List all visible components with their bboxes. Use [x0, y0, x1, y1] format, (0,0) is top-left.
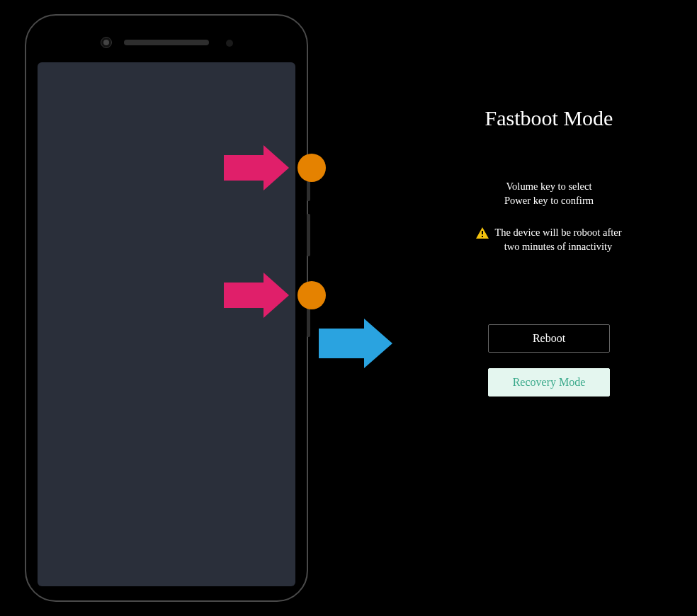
phone-screen — [38, 62, 295, 586]
recovery-mode-button[interactable]: Recovery Mode — [488, 368, 610, 397]
volume-down-button[interactable] — [307, 214, 310, 256]
panel-instructions: Volume key to select Power key to confir… — [418, 180, 680, 207]
instruction-line: Power key to confirm — [418, 194, 680, 208]
target-dot-power-icon — [298, 281, 326, 309]
target-dot-volume-icon — [298, 154, 326, 182]
earpiece-icon — [124, 40, 209, 45]
panel-warning: The device will be roboot after two minu… — [418, 226, 680, 253]
panel-title: Fastboot Mode — [418, 106, 680, 130]
front-camera-icon — [101, 37, 112, 48]
warning-line: two minutes of innactivity — [504, 241, 613, 252]
svg-rect-2 — [482, 236, 483, 237]
warning-icon — [476, 227, 489, 243]
warning-line: The device will be roboot after — [494, 227, 621, 238]
reboot-button[interactable]: Reboot — [488, 324, 610, 353]
fastboot-panel: Fastboot Mode Volume key to select Power… — [418, 106, 680, 412]
svg-rect-1 — [482, 231, 483, 234]
sensor-icon — [226, 40, 233, 47]
instruction-line: Volume key to select — [418, 180, 680, 194]
